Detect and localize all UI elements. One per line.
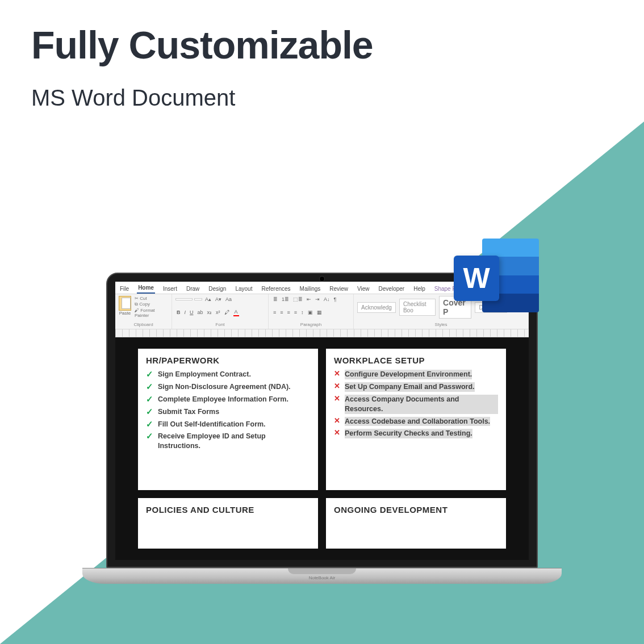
decrease-indent-icon[interactable]: ⇤ <box>306 296 312 303</box>
ribbon-group-font: A▴ A▾ Aa B I U ab x₂ x² 🖍 A Font <box>172 294 269 329</box>
copy-button[interactable]: Copy <box>135 302 168 307</box>
superscript-button[interactable]: x² <box>215 309 221 316</box>
card-title: WORKPLACE SETUP <box>334 356 498 365</box>
show-marks-icon[interactable]: ¶ <box>333 296 338 303</box>
italic-button[interactable]: I <box>183 309 187 316</box>
tab-review[interactable]: Review <box>328 284 349 294</box>
font-color-button[interactable]: A <box>232 308 240 317</box>
bold-button[interactable]: B <box>175 309 182 316</box>
list-item: Perform Security Checks and Testing. <box>345 429 472 438</box>
align-center-icon[interactable]: ≡ <box>279 309 284 316</box>
tab-design[interactable]: Design <box>207 284 227 294</box>
style-item[interactable]: Checklist Boo <box>399 299 436 316</box>
document-canvas[interactable]: HR/PAPERWORK ✓Sign Employment Contract. … <box>115 337 529 560</box>
cross-icon: ✕ <box>334 429 340 438</box>
bullets-icon[interactable]: ≣ <box>272 296 279 303</box>
font-family-select[interactable] <box>175 298 193 300</box>
list-item: Sign Employment Contract. <box>158 370 251 379</box>
font-size-select[interactable] <box>194 298 202 300</box>
tab-developer[interactable]: Developer <box>378 284 406 294</box>
change-case-icon[interactable]: Aa <box>224 296 233 303</box>
subscript-button[interactable]: x₂ <box>206 309 214 316</box>
check-icon: ✓ <box>146 432 153 451</box>
numbering-icon[interactable]: 1≣ <box>281 296 290 303</box>
clipboard-group-label: Clipboard <box>119 322 168 327</box>
cut-button[interactable]: Cut <box>135 296 168 301</box>
tab-home[interactable]: Home <box>137 283 155 294</box>
sort-icon[interactable]: A↓ <box>323 296 331 303</box>
paste-icon <box>119 296 131 311</box>
list-item: Submit Tax Forms <box>158 407 219 417</box>
check-icon: ✓ <box>146 370 153 379</box>
list-item: Access Company Documents and Resources. <box>345 395 498 414</box>
card-title: ONGOING DEVELOPMENT <box>334 505 498 515</box>
format-painter-button[interactable]: Format Painter <box>135 308 168 318</box>
ribbon-group-paragraph: ≣ 1≣ ⬚≣ ⇤ ⇥ A↓ ¶ ≡ ≡ ≡ ≡ ↕ ▣ <box>269 294 354 329</box>
decrease-font-icon[interactable]: A▾ <box>214 296 223 303</box>
tab-view[interactable]: View <box>356 284 371 294</box>
tab-draw[interactable]: Draw <box>185 284 200 294</box>
cross-icon: ✕ <box>334 382 340 392</box>
paste-label: Paste <box>119 311 131 316</box>
word-logo: W <box>454 239 539 318</box>
list-item: Fill Out Self-Identification Form. <box>158 420 266 429</box>
styles-group-label: Styles <box>357 322 525 327</box>
line-spacing-icon[interactable]: ↕ <box>300 309 305 316</box>
tab-insert[interactable]: Insert <box>162 284 178 294</box>
check-icon: ✓ <box>146 395 153 404</box>
card-policies-culture[interactable]: POLICIES AND CULTURE <box>138 498 318 549</box>
tab-mailings[interactable]: Mailings <box>299 284 322 294</box>
increase-font-icon[interactable]: A▴ <box>204 296 212 303</box>
headline: Fully Customizable <box>31 23 373 67</box>
card-title: HR/PAPERWORK <box>146 356 310 365</box>
card-ongoing-development[interactable]: ONGOING DEVELOPMENT <box>326 498 506 549</box>
ruler[interactable] <box>115 329 529 337</box>
strike-button[interactable]: ab <box>196 309 204 316</box>
paste-button[interactable]: Paste <box>119 296 131 316</box>
card-title: POLICIES AND CULTURE <box>146 505 310 515</box>
laptop-brand: NoteBook Air <box>309 575 336 580</box>
increase-indent-icon[interactable]: ⇥ <box>314 296 321 303</box>
list-item: Sign Non-Disclosure Agreement (NDA). <box>158 382 291 392</box>
highlight-button[interactable]: 🖍 <box>223 309 231 316</box>
camera-icon <box>320 277 324 281</box>
tab-file[interactable]: File <box>119 284 130 294</box>
justify-icon[interactable]: ≡ <box>293 309 298 316</box>
list-item: Receive Employee ID and Setup Instructio… <box>158 432 310 451</box>
list-item: Set Up Company Email and Password. <box>345 382 475 392</box>
font-group-label: Font <box>175 322 265 327</box>
list-item: Complete Employee Information Form. <box>158 395 288 404</box>
subheadline: MS Word Document <box>31 85 235 111</box>
laptop-base: NoteBook Air <box>82 568 562 584</box>
laptop-mockup: File Home Insert Draw Design Layout Refe… <box>82 273 562 596</box>
word-logo-w-icon: W <box>454 256 499 301</box>
check-icon: ✓ <box>146 407 153 417</box>
check-icon: ✓ <box>146 420 153 429</box>
align-right-icon[interactable]: ≡ <box>286 309 291 316</box>
tab-references[interactable]: References <box>260 284 291 294</box>
cross-icon: ✕ <box>334 370 340 379</box>
underline-button[interactable]: U <box>189 309 195 316</box>
tab-layout[interactable]: Layout <box>234 284 253 294</box>
cross-icon: ✕ <box>334 395 340 414</box>
cross-icon: ✕ <box>334 417 340 426</box>
align-left-icon[interactable]: ≡ <box>272 309 277 316</box>
ribbon-group-clipboard: Paste Cut Copy Format Painter Clipboard <box>115 294 172 329</box>
card-workplace-setup[interactable]: WORKPLACE SETUP ✕Configure Development E… <box>326 349 506 490</box>
multilevel-icon[interactable]: ⬚≣ <box>292 296 304 303</box>
borders-icon[interactable]: ▦ <box>316 309 323 316</box>
paragraph-group-label: Paragraph <box>272 322 350 327</box>
list-item: Access Codebase and Collaboration Tools. <box>345 417 490 426</box>
screen: File Home Insert Draw Design Layout Refe… <box>115 282 529 560</box>
style-item[interactable]: Acknowledg <box>357 302 396 313</box>
shading-icon[interactable]: ▣ <box>307 309 314 316</box>
list-item: Configure Development Environment. <box>345 370 472 379</box>
tab-help[interactable]: Help <box>412 284 426 294</box>
check-icon: ✓ <box>146 382 153 392</box>
card-hr-paperwork[interactable]: HR/PAPERWORK ✓Sign Employment Contract. … <box>138 349 318 490</box>
laptop-notch <box>288 568 356 574</box>
checklist: ✓Sign Employment Contract. ✓Sign Non-Dis… <box>146 370 310 451</box>
checklist: ✕Configure Development Environment. ✕Set… <box>334 370 498 438</box>
